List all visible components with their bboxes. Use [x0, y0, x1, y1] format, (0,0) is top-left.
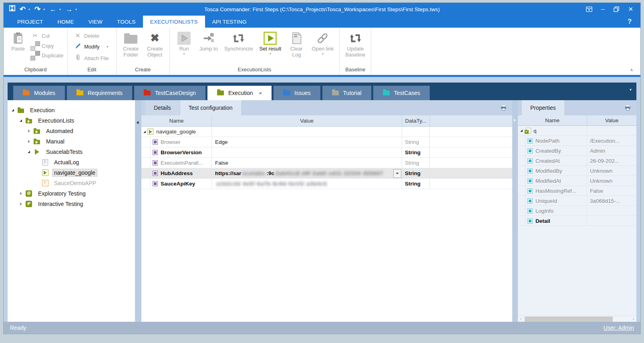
- column-header-name[interactable]: Name: [518, 115, 587, 125]
- tree-expander-icon[interactable]: [19, 202, 24, 206]
- row-expander-icon[interactable]: [143, 131, 146, 133]
- tree-expander-icon[interactable]: [11, 108, 16, 113]
- clear-log-button[interactable]: Clear Log: [286, 30, 307, 59]
- undo-dropdown-icon[interactable]: ▾: [28, 8, 32, 11]
- scroll-left-icon[interactable]: ‹: [518, 316, 524, 322]
- create-object-button[interactable]: ✖ Create Object: [145, 30, 165, 59]
- redo-button[interactable]: ↷: [33, 3, 42, 15]
- column-header-name[interactable]: Name: [141, 115, 212, 126]
- doc-tab[interactable]: Modules: [13, 86, 65, 100]
- ribbon-display-options-icon[interactable]: [586, 6, 592, 12]
- ribbon-tab[interactable]: EXECUTIONLISTS: [143, 16, 205, 28]
- ribbon-tab[interactable]: HOME: [50, 16, 81, 28]
- tree-item[interactable]: ActualLog: [8, 157, 135, 167]
- horizontal-scrollbar[interactable]: ‹ ›: [518, 316, 636, 322]
- tree-item[interactable]: SuacelabTests: [8, 147, 135, 157]
- config-row[interactable]: navigate_google: [141, 127, 512, 137]
- doc-tab[interactable]: Requirements: [67, 86, 132, 100]
- open-link-dropdown-icon[interactable]: ▾: [322, 52, 324, 56]
- config-value-cell[interactable]: https://sarncelabs:9c2ab41c8 e9f 2ab0 cd…: [212, 168, 402, 178]
- detail-tab[interactable]: Test configuration: [180, 100, 241, 115]
- doc-tab[interactable]: TestCases: [373, 86, 430, 100]
- properties-tab[interactable]: Properties: [522, 100, 564, 115]
- config-row[interactable]: SauceApiKey a1b2c3d 4e5f 6a7b 8c9d 0e1f2…: [141, 179, 512, 189]
- redo-dropdown-icon[interactable]: ▾: [43, 8, 46, 11]
- back-dropdown-icon[interactable]: ▾: [59, 8, 62, 11]
- config-value-cell[interactable]: [212, 127, 402, 137]
- row-expander-icon[interactable]: [519, 128, 525, 133]
- ribbon-tab[interactable]: PROJECT: [10, 16, 50, 28]
- close-tab-icon[interactable]: ×: [259, 90, 262, 96]
- jump-to-button[interactable]: Jump to: [198, 30, 219, 52]
- pin-icon[interactable]: [625, 105, 631, 112]
- config-value-cell[interactable]: Edge: [212, 137, 402, 147]
- create-folder-button[interactable]: Create Folder: [121, 30, 141, 59]
- collapse-left-icon[interactable]: [137, 121, 139, 124]
- modify-button[interactable]: Modify ▾: [74, 43, 109, 50]
- doc-tab[interactable]: Tutorial: [322, 86, 371, 100]
- property-row[interactable]: ✓ HasMissingRef... False: [518, 186, 636, 196]
- tree-item[interactable]: Interactive Testing: [8, 199, 135, 209]
- tree-expander-icon[interactable]: [19, 191, 24, 196]
- attach-file-button[interactable]: Attach File: [74, 54, 109, 62]
- forward-dropdown-icon[interactable]: ▾: [75, 8, 78, 11]
- tree-item[interactable]: navigate_google: [8, 167, 135, 178]
- ribbon-tab[interactable]: TOOLS: [110, 16, 143, 28]
- update-baseline-button[interactable]: Update Baseline: [344, 30, 367, 59]
- forward-button[interactable]: →: [64, 3, 74, 15]
- user-link[interactable]: User: Admin: [604, 325, 634, 331]
- property-row[interactable]: ✓ CreatedAt 26-09-202...: [518, 156, 636, 166]
- tree-item[interactable]: Exploratory Testing: [8, 188, 135, 199]
- left-splitter[interactable]: [135, 100, 141, 322]
- minimize-button[interactable]: ─: [601, 6, 605, 12]
- tree-expander-icon[interactable]: [27, 129, 32, 133]
- delete-button[interactable]: ✕Delete: [74, 32, 109, 39]
- pin-icon[interactable]: [501, 105, 507, 112]
- save-icon[interactable]: [8, 3, 17, 15]
- collapse-ribbon-icon[interactable]: ∧: [630, 67, 633, 73]
- paste-button[interactable]: Paste: [8, 30, 28, 52]
- property-row[interactable]: ✓ LogInfo: [518, 206, 636, 216]
- ribbon-tab[interactable]: VIEW: [81, 16, 110, 28]
- synchronize-button[interactable]: Synchronize: [223, 30, 255, 52]
- property-row[interactable]: ✓ CreatedBy Admin: [518, 146, 636, 156]
- close-button[interactable]: ✕: [628, 6, 633, 13]
- property-row[interactable]: ✓ UniqueId 3a068d15-...: [518, 196, 636, 206]
- property-row[interactable]: ✓ ModifiedBy Unknown: [518, 166, 636, 176]
- modify-dropdown-icon[interactable]: ▾: [107, 45, 108, 48]
- set-result-dropdown-icon[interactable]: ▾: [270, 52, 271, 56]
- property-row[interactable]: ✓ NodePath /Execution...: [518, 136, 636, 146]
- back-button[interactable]: ←: [48, 3, 58, 15]
- doc-tab[interactable]: Execution ×: [207, 86, 272, 100]
- config-row[interactable]: ExecuteInParall... False String: [141, 158, 512, 168]
- tree-expander-icon[interactable]: [35, 170, 40, 175]
- scroll-right-icon[interactable]: ›: [630, 316, 636, 322]
- tree-expander-icon[interactable]: [27, 149, 32, 154]
- property-row[interactable]: ✓ ModifiedAt Unknown: [518, 176, 636, 186]
- scrollbar-thumb[interactable]: [525, 317, 613, 322]
- column-header-datatype[interactable]: DataTy...: [402, 115, 430, 126]
- run-button[interactable]: Run ▾: [174, 30, 195, 56]
- tree-item[interactable]: Automated: [8, 126, 135, 136]
- tree-expander-icon[interactable]: [27, 139, 32, 144]
- tree-expander-icon[interactable]: [35, 181, 40, 186]
- set-result-button[interactable]: Set result ▾: [258, 30, 283, 56]
- undo-button[interactable]: ↶: [18, 3, 27, 15]
- detail-tab[interactable]: Details: [145, 100, 179, 115]
- property-row[interactable]: ✓ Detail: [518, 216, 636, 226]
- config-value-cell[interactable]: False: [212, 158, 402, 168]
- tree-expander-icon[interactable]: [19, 118, 24, 123]
- tree-expander-icon[interactable]: [35, 160, 40, 165]
- duplicate-button[interactable]: Duplicate: [32, 52, 63, 59]
- restore-button[interactable]: [614, 6, 619, 12]
- right-splitter[interactable]: [512, 100, 518, 322]
- config-row[interactable]: HubAddress https://sarncelabs:9c2ab41c8 …: [141, 168, 512, 179]
- tree-item[interactable]: SauceDemoAPP: [8, 178, 135, 188]
- column-header-value[interactable]: Value: [587, 115, 636, 125]
- ribbon-tab[interactable]: API TESTING: [205, 16, 254, 28]
- help-button[interactable]: ?: [628, 16, 632, 28]
- value-dropdown-icon[interactable]: [393, 169, 401, 178]
- config-row[interactable]: BrowserVersion String: [141, 147, 512, 158]
- doc-tab[interactable]: Issues: [274, 86, 320, 100]
- tab-list-dropdown-icon[interactable]: ▾: [630, 87, 632, 92]
